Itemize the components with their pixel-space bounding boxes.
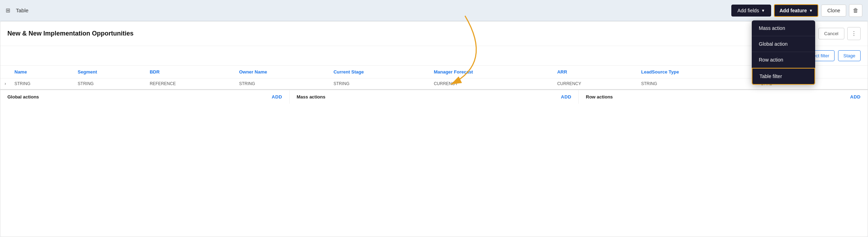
cell-arr-type: CURRENCY [553,78,637,89]
top-bar-title: Table [16,7,727,13]
row-actions-add-link[interactable]: ADD [850,94,861,100]
col-header-segment: Segment [74,66,145,78]
cell-segment-type: STRING [74,78,145,89]
mass-actions-section: Mass actions ADD [290,90,579,104]
col-header-current-stage: Current Stage [329,66,430,78]
row-actions-title: Row actions [586,94,850,100]
filter-row: Multiselect filter Stage [0,46,868,66]
cell-current-stage-type: STRING [329,78,430,89]
mass-actions-title: Mass actions [297,94,561,100]
delete-button[interactable]: 🗑 [849,4,862,17]
global-actions-add-link[interactable]: ADD [272,94,282,100]
global-actions-title: Global actions [7,94,272,100]
stage-filter-button[interactable]: Stage [838,50,861,61]
global-actions-section: Global actions ADD [0,90,290,104]
add-feature-button[interactable]: Add feature ▼ [774,4,819,17]
table-main-title: New & New Implementation Opportunities [7,30,134,37]
col-header-arr: ARR [553,66,637,78]
col-header-bdr: BDR [145,66,235,78]
col-header-owner-name: Owner Name [235,66,329,78]
title-bar: New & New Implementation Opportunities C… [0,21,868,46]
clone-label: Clone [827,8,840,13]
main-content: New & New Implementation Opportunities C… [0,21,868,237]
dropdown-item-global-action[interactable]: Global action [752,36,815,52]
cell-name-type: STRING [10,78,74,89]
bottom-bar: Global actions ADD Mass actions ADD Row … [0,89,868,104]
more-icon: ⋮ [851,31,857,37]
add-fields-label: Add fields [737,8,759,13]
table-wrapper: Name Segment BDR Owner Name Current Stag… [0,66,868,89]
col-header-leadsource-type: LeadSource Type [637,66,757,78]
more-options-button[interactable]: ⋮ [847,27,861,40]
table-row: › STRING STRING REFERENCE STRING STRING … [0,78,868,89]
mass-actions-add-link[interactable]: ADD [561,94,571,100]
top-bar-actions: Add fields ▼ Add feature ▼ Clone 🗑 [731,4,862,17]
row-actions-section: Row actions ADD [579,90,868,104]
expand-cell[interactable]: › [0,78,10,89]
data-table: Name Segment BDR Owner Name Current Stag… [0,66,868,89]
dropdown-item-row-action[interactable]: Row action [752,52,815,68]
cell-owner-name-type: STRING [235,78,329,89]
clone-button[interactable]: Clone [821,5,846,17]
col-header-manager-forecast: Manager Forecast [429,66,553,78]
add-fields-chevron-icon: ▼ [761,8,765,13]
top-bar: ⊞ Table Add fields ▼ Add feature ▼ Clone… [0,0,868,21]
cancel-button[interactable]: Cancel [818,28,844,39]
dropdown-item-mass-action[interactable]: Mass action [752,20,815,36]
add-feature-label: Add feature [780,8,807,13]
dropdown-item-table-filter[interactable]: Table filter [752,68,815,85]
table-header-row: Name Segment BDR Owner Name Current Stag… [0,66,868,78]
cell-leadsource-type-type: STRING [637,78,757,89]
cell-bdr-type: REFERENCE [145,78,235,89]
delete-icon: 🗑 [853,7,858,13]
add-feature-dropdown: Mass action Global action Row action Tab… [752,20,815,85]
add-fields-button[interactable]: Add fields ▼ [731,5,771,17]
cell-manager-forecast-type: CURRENCY [429,78,553,89]
table-icon: ⊞ [6,7,10,14]
col-header-name: Name [10,66,74,78]
expand-col-header [0,66,10,78]
add-feature-chevron-icon: ▼ [809,8,813,13]
